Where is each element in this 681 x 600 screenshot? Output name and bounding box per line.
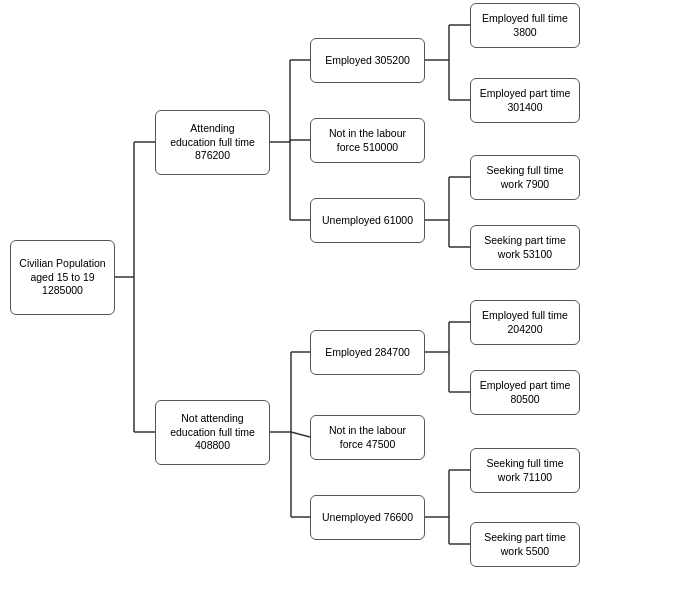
sft-71-node: Seeking full timework 71100 [470,448,580,493]
spt-55-node: Seeking part timework 5500 [470,522,580,567]
employed-305-node: Employed 305200 [310,38,425,83]
nilf-510-node: Not in the labourforce 510000 [310,118,425,163]
not-attending-node: Not attendingeducation full time408800 [155,400,270,465]
nilf-47-node: Not in the labourforce 47500 [310,415,425,460]
svg-line-15 [291,432,310,437]
spt-53-node: Seeking part timework 53100 [470,225,580,270]
eft-3800-node: Employed full time3800 [470,3,580,48]
unemployed-76-node: Unemployed 76600 [310,495,425,540]
ept-80-node: Employed part time80500 [470,370,580,415]
unemployed-61-node: Unemployed 61000 [310,198,425,243]
sft-7900-node: Seeking full timework 7900 [470,155,580,200]
attending-node: Attendingeducation full time876200 [155,110,270,175]
diagram: Civilian Populationaged 15 to 191285000 … [0,0,681,600]
ept-301-node: Employed part time301400 [470,78,580,123]
eft-204-node: Employed full time204200 [470,300,580,345]
root-node: Civilian Populationaged 15 to 191285000 [10,240,115,315]
employed-284-node: Employed 284700 [310,330,425,375]
